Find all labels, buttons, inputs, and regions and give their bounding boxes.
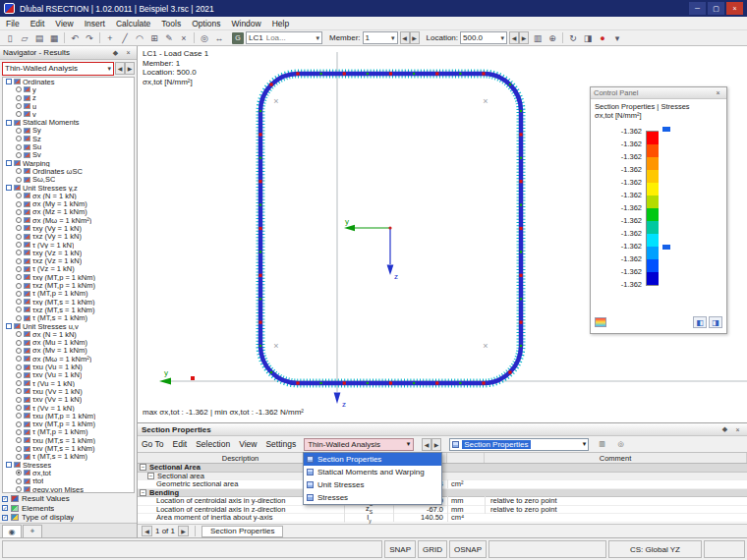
tree-item-row[interactable]: τxy (MT,p = 1 kNm) [3, 273, 134, 281]
tree-item-row[interactable]: v [3, 110, 134, 118]
tree-item-row[interactable]: y [3, 85, 134, 93]
save-icon[interactable]: ▤ [32, 31, 46, 45]
radio-icon[interactable] [16, 307, 22, 312]
radio-icon[interactable] [16, 283, 22, 289]
next-location-button[interactable]: ▶ [519, 31, 529, 44]
tree-item-row[interactable]: τxv (MT,p = 1 kNm) [3, 420, 134, 427]
tree-item-row[interactable]: Ordinates ωSC [3, 167, 134, 175]
radio-icon[interactable] [16, 470, 22, 476]
print-icon[interactable]: ▦ [47, 31, 61, 45]
menu-item-options[interactable]: Options [192, 19, 220, 28]
tree-item-row[interactable]: Sω,SC [3, 176, 134, 184]
tree-item-row[interactable]: τxv (MT,s = 1 kNm) [3, 444, 134, 452]
radio-icon[interactable] [16, 486, 22, 492]
previous-button[interactable]: ◀ [422, 438, 431, 451]
radio-icon[interactable] [16, 258, 22, 264]
tree-item-row[interactable]: τ (MT,s = 1 kNm) [3, 453, 134, 461]
checkbox-icon[interactable] [2, 515, 8, 521]
delete-icon[interactable]: × [177, 31, 191, 45]
radio-icon[interactable] [16, 95, 22, 101]
radio-icon[interactable] [16, 397, 22, 403]
props-menu-view[interactable]: View [239, 439, 257, 449]
filter-icon[interactable]: ▥ [597, 439, 607, 449]
previous-analysis-button[interactable]: ◀ [115, 62, 125, 75]
radio-icon[interactable] [16, 103, 22, 109]
edit-icon[interactable]: ✎ [162, 31, 176, 45]
tree-item-row[interactable]: Sz [3, 135, 134, 142]
radio-icon[interactable] [16, 209, 22, 215]
navigator-tab-views[interactable]: ⌖ [23, 525, 42, 537]
undo-icon[interactable]: ↶ [68, 31, 82, 45]
menu-item-edit[interactable]: Edit [30, 19, 45, 28]
record-icon[interactable]: ● [596, 31, 609, 45]
radio-icon[interactable] [16, 413, 22, 419]
radio-icon[interactable] [16, 388, 22, 394]
radio-icon[interactable] [16, 315, 22, 321]
radio-icon[interactable] [16, 299, 22, 305]
radio-icon[interactable] [16, 201, 22, 207]
redo-icon[interactable]: ↷ [83, 31, 96, 45]
radio-icon[interactable] [16, 144, 22, 150]
props-menu-selection[interactable]: Selection [196, 439, 230, 449]
tree-item-row[interactable]: τ (Vy = 1 kN) [3, 241, 134, 249]
control-panel[interactable]: Control Panel × Section Properties | Str… [590, 86, 727, 334]
checkbox-icon[interactable] [2, 505, 8, 511]
new-arc-icon[interactable]: ◠ [133, 31, 146, 45]
tree-item-row[interactable]: τxz (MT,p = 1 kNm) [3, 281, 134, 289]
radio-icon[interactable] [16, 340, 22, 346]
radio-icon[interactable] [16, 234, 22, 240]
checkbox-icon[interactable] [6, 323, 12, 329]
control-panel-titlebar[interactable]: Control Panel × [591, 87, 726, 99]
tree-item-row[interactable]: σx (N = 1 kN) [3, 192, 134, 199]
tree-group-row[interactable]: Unit Stresses u,v [3, 322, 134, 330]
checkbox-icon[interactable] [6, 160, 12, 166]
settings-icon[interactable]: ⊕ [546, 31, 559, 45]
navigator-footer-item[interactable]: Type of display [2, 513, 135, 523]
radio-icon[interactable] [16, 250, 22, 255]
tree-group-row[interactable]: Statical Moments [3, 118, 134, 126]
tree-item-row[interactable]: Sy [3, 127, 134, 135]
radio-icon[interactable] [16, 421, 22, 427]
radio-icon[interactable] [16, 86, 22, 92]
new-element-icon[interactable]: ⊞ [147, 31, 161, 45]
tree-item-row[interactable]: Sv [3, 151, 134, 159]
tree-group-row[interactable]: Stresses [3, 461, 134, 469]
previous-member-button[interactable]: ◀ [400, 31, 410, 44]
tree-item-row[interactable]: τxz (Vy = 1 kN) [3, 233, 134, 241]
menu-item-window[interactable]: Window [231, 19, 260, 28]
tree-item-row[interactable]: τxv (Vu = 1 kN) [3, 371, 134, 379]
tree-item-row[interactable]: τ (Vz = 1 kN) [3, 265, 134, 273]
tab-section-properties[interactable]: Section Properties [201, 526, 283, 537]
next-page-button[interactable]: ▶ [178, 526, 189, 536]
checkbox-icon[interactable] [2, 496, 8, 502]
dropdown-item[interactable]: Statical Moments and Warping [304, 466, 441, 478]
props-titlebar[interactable]: Section Properties ◆ × [138, 423, 747, 436]
radio-icon[interactable] [16, 168, 22, 174]
new-line-icon[interactable]: ╱ [118, 31, 132, 45]
checkbox-icon[interactable] [6, 462, 12, 468]
tree-item-row[interactable]: τxy (Vy = 1 kN) [3, 224, 134, 232]
tree-item-row[interactable]: σx (Mz = 1 kNm) [3, 208, 134, 216]
zoom-icon[interactable]: ◎ [198, 31, 211, 45]
tree-group-row[interactable]: Warping [3, 159, 134, 167]
previous-page-button[interactable]: ◀ [142, 526, 152, 536]
radio-icon[interactable] [16, 291, 22, 297]
props-category-combo[interactable]: Section Properties ▾ [449, 438, 589, 451]
tree-item-row[interactable]: σeqv,von Mises [3, 485, 134, 493]
tree-item-row[interactable]: τtot [3, 477, 134, 485]
menu-item-tools[interactable]: Tools [161, 19, 181, 28]
table-row[interactable]: Area moment of inertia about y-axisIy140… [138, 514, 747, 523]
checkbox-icon[interactable] [6, 120, 12, 126]
close-icon[interactable]: × [123, 48, 134, 58]
panel-dock-right-icon[interactable]: ◨ [709, 316, 722, 328]
tree-item-row[interactable]: σx (Mω = 1 kNm²) [3, 216, 134, 224]
tree-item-row[interactable]: τxy (MT,s = 1 kNm) [3, 298, 134, 306]
tree-item-row[interactable]: σx,tot [3, 469, 134, 476]
new-file-icon[interactable]: ▯ [3, 31, 17, 45]
next-button[interactable]: ▶ [431, 438, 441, 451]
open-file-icon[interactable]: ▱ [18, 31, 31, 45]
next-analysis-button[interactable]: ▶ [125, 62, 135, 75]
panel-dock-left-icon[interactable]: ◧ [693, 316, 707, 328]
minimize-button[interactable]: ─ [689, 2, 706, 15]
search-icon[interactable]: ◎ [615, 439, 626, 449]
